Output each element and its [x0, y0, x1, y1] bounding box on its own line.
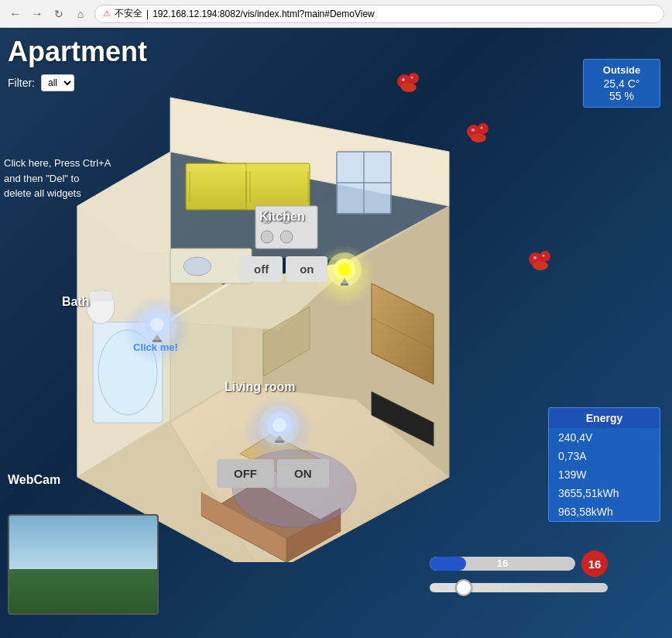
address-separator: | [146, 9, 149, 19]
svg-rect-59 [341, 283, 348, 286]
svg-point-66 [273, 418, 286, 432]
slider-badge: 16 [581, 551, 608, 577]
svg-marker-36 [201, 492, 286, 562]
app-area: Apartment Filter: all Click here, Press … [0, 28, 672, 638]
bath-click-me[interactable]: Click me! [133, 341, 178, 353]
outside-temperature: 25,4 C° [593, 77, 650, 90]
svg-line-29 [372, 318, 434, 349]
svg-point-48 [471, 133, 486, 142]
kitchen-toggle-group: off on [240, 256, 327, 282]
kitchen-bulb [324, 249, 366, 291]
webcam-label: WebCam [8, 473, 60, 487]
svg-marker-28 [372, 283, 434, 384]
svg-marker-5 [77, 152, 449, 260]
slider-widget: 16 16 [430, 551, 608, 595]
svg-point-52 [540, 251, 550, 262]
url-text: 192.168.12.194:8082/vis/index.html?main#… [153, 9, 375, 19]
svg-point-44 [402, 78, 405, 81]
energy-power: 139W [549, 465, 660, 484]
home-button[interactable]: ⌂ [73, 6, 88, 22]
living-bulb [255, 401, 303, 449]
svg-point-49 [471, 129, 475, 132]
svg-point-43 [401, 83, 417, 92]
filter-select[interactable]: all [41, 74, 74, 91]
svg-rect-27 [89, 291, 112, 300]
svg-point-58 [338, 263, 351, 276]
svg-point-23 [183, 257, 211, 276]
hint-line3: delete all widgets [4, 186, 111, 201]
svg-point-42 [408, 73, 419, 84]
svg-marker-4 [170, 98, 449, 206]
webcam-sky [9, 516, 157, 569]
svg-marker-37 [286, 508, 341, 562]
energy-title: Energy [549, 408, 660, 428]
webcam-preview[interactable] [8, 514, 159, 615]
svg-rect-31 [337, 152, 391, 214]
svg-rect-67 [275, 441, 284, 443]
svg-marker-8 [77, 384, 232, 477]
svg-point-55 [543, 255, 545, 257]
energy-widget: Energy 240,4V 0,73A 139W 3655,51kWh 963,… [548, 407, 660, 522]
svg-point-54 [533, 256, 537, 259]
bath-label: Bath [62, 295, 90, 309]
address-bar[interactable]: ⚠ 不安全 | 192.168.12.194:8082/vis/index.ht… [94, 5, 664, 23]
plant-top-right [465, 121, 492, 149]
living-room-label: Living room [225, 380, 296, 394]
browser-chrome: ← → ↻ ⌂ ⚠ 不安全 | 192.168.12.194:8082/vis/… [0, 0, 672, 28]
svg-point-26 [87, 290, 115, 324]
svg-point-53 [533, 261, 548, 270]
energy-energy2: 963,58kWh [549, 503, 660, 521]
svg-rect-17 [255, 206, 317, 249]
energy-voltage: 240,4V [549, 428, 660, 447]
svg-point-20 [261, 231, 273, 243]
forward-button[interactable]: → [29, 6, 45, 22]
hint-line1: Click here, Press Ctrl+A [4, 156, 111, 171]
kitchen-off-button[interactable]: off [240, 256, 283, 282]
page-title: Apartment [8, 36, 147, 68]
webcam-land [9, 569, 157, 613]
svg-marker-39 [372, 392, 434, 446]
kitchen-on-button[interactable]: on [286, 256, 327, 282]
security-label: 不安全 [115, 7, 142, 20]
svg-marker-34 [263, 307, 310, 376]
slider-track: 16 [430, 557, 575, 571]
filter-bar: Filter: all [8, 74, 74, 91]
svg-point-19 [280, 211, 293, 224]
svg-line-30 [372, 353, 434, 384]
energy-energy1: 3655,51kWh [549, 484, 660, 503]
energy-current: 0,73A [549, 447, 660, 465]
outside-widget: Outside 25,4 C° 55 % [583, 59, 660, 108]
svg-rect-12 [186, 163, 246, 210]
plant-right [526, 249, 554, 276]
living-off-button[interactable]: OFF [217, 459, 274, 488]
svg-marker-1 [77, 206, 263, 562]
kitchen-label: Kitchen [259, 210, 305, 224]
svg-point-47 [478, 123, 489, 134]
hint-text[interactable]: Click here, Press Ctrl+A and then "Del" … [4, 156, 111, 201]
plant-top-left [395, 70, 423, 98]
svg-point-62 [150, 317, 164, 331]
svg-point-50 [481, 127, 483, 129]
svg-point-18 [261, 211, 273, 224]
back-button[interactable]: ← [8, 6, 23, 22]
refresh-button[interactable]: ↻ [51, 6, 67, 22]
living-toggle-group: OFF ON [217, 459, 329, 488]
svg-marker-35 [201, 483, 341, 562]
outside-humidity: 55 % [593, 90, 650, 102]
filter-label: Filter: [8, 77, 35, 89]
slider-value-label: 16 [430, 557, 575, 569]
svg-point-21 [280, 231, 293, 243]
outside-title: Outside [593, 64, 650, 76]
svg-point-45 [411, 77, 413, 79]
security-icon: ⚠ [103, 9, 111, 19]
living-on-button[interactable]: ON [277, 459, 329, 488]
hint-line2: and then "Del" to [4, 171, 111, 187]
svg-rect-11 [186, 163, 310, 210]
slider-input[interactable] [430, 583, 608, 592]
